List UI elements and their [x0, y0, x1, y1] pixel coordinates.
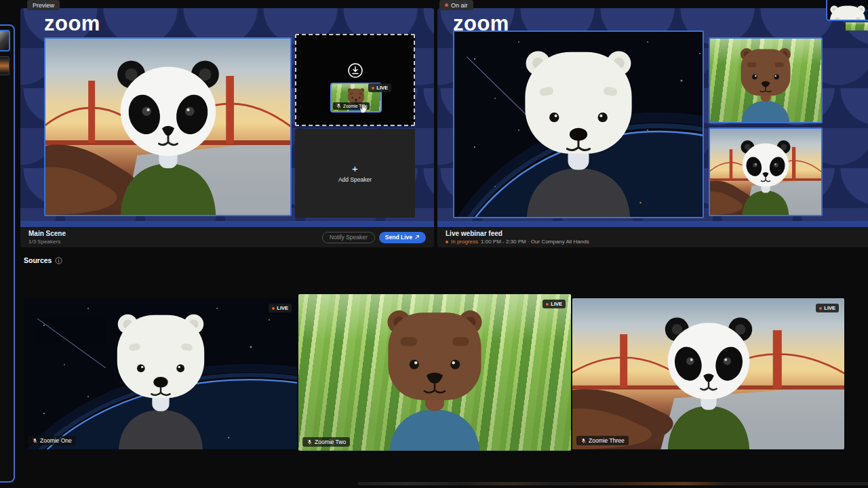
on-air-scene: zoom — [437, 8, 868, 227]
muted-mic-icon — [307, 439, 313, 445]
source-name-pill: Zoomie One — [28, 436, 76, 445]
zoom-logo: zoom — [453, 11, 509, 36]
live-dot-icon — [272, 307, 275, 310]
source-name-pill: Zoomie Two — [302, 437, 350, 447]
panda-avatar — [642, 306, 774, 449]
muted-mic-icon — [336, 103, 342, 109]
feed-schedule: 1:00 PM - 2:30 PM · Our Company All Hand… — [481, 239, 589, 245]
on-air-tag: On air — [439, 0, 473, 10]
live-badge: LIVE — [542, 300, 566, 308]
send-arrow-icon — [414, 235, 420, 240]
live-dot-icon — [546, 303, 549, 306]
speaker-drop-zone[interactable]: LIVE Zoomie Two — [295, 34, 415, 126]
polar-bear-avatar — [498, 41, 659, 218]
in-progress-dot-icon — [446, 241, 448, 243]
hand-cursor-icon — [357, 102, 369, 114]
scene-thumbnail-selected[interactable] — [0, 30, 10, 52]
notify-speaker-button[interactable]: Notify Speaker — [322, 232, 375, 243]
scene-thumbnail[interactable] — [0, 56, 9, 75]
on-air-thumbnail-2[interactable] — [709, 127, 823, 216]
preview-infobar: Main Scene 1/3 Speakers Notify Speaker S… — [20, 227, 434, 247]
source-tile-zoomie-one[interactable]: LIVE Zoomie One — [24, 298, 297, 449]
scene-sidebar-window — [0, 24, 15, 483]
panda-avatar — [728, 134, 804, 216]
zoom-logo: zoom — [44, 11, 100, 36]
muted-mic-icon — [32, 438, 38, 444]
timeline-strip[interactable] — [358, 482, 868, 485]
feed-title: Live webinar feed — [446, 230, 589, 237]
scene-speaker-count: 1/3 Speakers — [28, 239, 66, 245]
preview-tag-label: Preview — [33, 2, 54, 9]
polar-bear-avatar — [94, 306, 226, 449]
on-air-dot-icon — [445, 3, 448, 7]
preview-tag: Preview — [27, 0, 60, 10]
live-badge: LIVE — [269, 304, 292, 312]
muted-mic-icon — [580, 438, 587, 444]
source-tile-zoomie-two[interactable]: LIVE Zoomie Two — [298, 294, 571, 451]
plus-icon: + — [352, 163, 358, 174]
live-badge: LIVE — [368, 83, 391, 92]
feed-status: In progress — [451, 239, 478, 245]
sources-header: Sources — [24, 256, 62, 264]
on-air-main-video — [453, 30, 704, 218]
download-icon[interactable] — [347, 62, 363, 79]
source-tile-zoomie-three[interactable]: LIVE Zoomie Three — [572, 298, 844, 449]
dragged-speaker-thumbnail[interactable]: LIVE Zoomie Two — [330, 83, 382, 113]
webinar-studio: Preview On air zoom LIVE — [0, 0, 868, 488]
add-speaker-button[interactable]: + Add Speaker — [295, 129, 415, 218]
pip-fragment — [844, 22, 868, 30]
live-dot-icon — [372, 87, 374, 89]
panda-avatar — [91, 47, 245, 216]
polar-bear-avatar — [826, 2, 868, 21]
brown-bear-avatar — [366, 302, 503, 451]
send-live-button[interactable]: Send Live — [379, 232, 426, 243]
preview-main-video — [44, 37, 292, 216]
source-name-pill: Zoomie Three — [576, 436, 629, 445]
on-air-panel: zoom Live webinar feed In progress 1:00 … — [437, 8, 868, 247]
camera-pip-window[interactable] — [826, 0, 868, 21]
live-badge: LIVE — [816, 304, 839, 312]
on-air-thumbnail-1[interactable] — [709, 37, 823, 123]
scene-title: Main Scene — [28, 230, 66, 237]
sources-title: Sources — [24, 256, 52, 264]
preview-scene: zoom LIVE Zoomie Two — [20, 8, 434, 227]
preview-panel: zoom LIVE Zoomie Two — [20, 8, 434, 247]
on-air-tag-label: On air — [451, 2, 468, 9]
on-air-infobar: Live webinar feed In progress 1:00 PM - … — [437, 227, 868, 247]
info-icon[interactable] — [55, 257, 62, 264]
add-speaker-label: Add Speaker — [338, 176, 372, 183]
live-dot-icon — [819, 307, 822, 310]
brown-bear-avatar — [729, 43, 802, 123]
